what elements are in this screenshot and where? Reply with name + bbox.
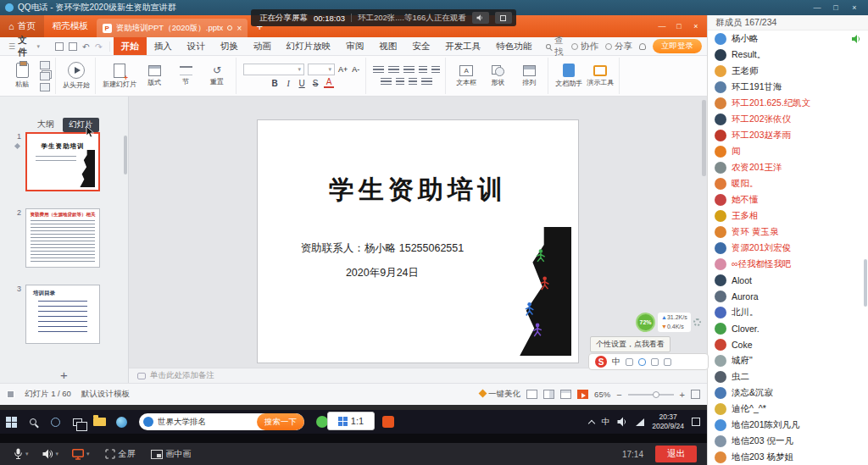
sogou-logo-icon[interactable]: S bbox=[595, 356, 607, 368]
current-slide[interactable]: 学生资助培训 资助联系人：杨小略 15255062551 2020年9月24日 bbox=[258, 120, 578, 363]
format-button[interactable]: A bbox=[324, 78, 334, 88]
member-row[interactable]: Aurora bbox=[708, 288, 868, 304]
tray-expand-icon[interactable] bbox=[587, 419, 594, 426]
member-row[interactable]: 淡忘&沉寂 bbox=[708, 385, 868, 401]
present-tools-button[interactable]: 演示工具 bbox=[587, 65, 614, 87]
numbering-icon[interactable] bbox=[431, 66, 440, 75]
ribbon-tab[interactable]: 切换 bbox=[213, 37, 246, 55]
volume-icon[interactable] bbox=[617, 417, 628, 427]
member-row[interactable]: 环工203赵孝雨 bbox=[708, 127, 868, 143]
ribbon-tab[interactable]: 设计 bbox=[180, 37, 213, 55]
chevron-down-icon[interactable]: ▾ bbox=[86, 451, 90, 457]
wps-document-tab[interactable]: P 资助培训PPT（2020版）.pptx × bbox=[97, 19, 248, 37]
ribbon-tab[interactable]: 开发工具 bbox=[437, 37, 488, 55]
ribbon-tab[interactable]: 动画 bbox=[246, 37, 279, 55]
zoom-out-icon[interactable]: − bbox=[616, 390, 621, 400]
notification-bell-icon[interactable] bbox=[639, 43, 646, 50]
minimize-icon[interactable]: — bbox=[809, 1, 826, 14]
member-row[interactable]: 地信203 杨梦姐 bbox=[708, 449, 868, 465]
slide-thumbnail-1[interactable]: 1 学生资助培训 bbox=[0, 132, 128, 191]
network-icon[interactable] bbox=[636, 418, 644, 426]
cut-icon[interactable] bbox=[40, 61, 50, 69]
member-row[interactable]: 地信201陈刘凡凡 bbox=[708, 417, 868, 433]
wps-maximize-icon[interactable]: □ bbox=[671, 19, 687, 33]
doc-assistant-button[interactable]: 文档助手 bbox=[555, 64, 582, 88]
search-submit-button[interactable]: 搜索一下 bbox=[257, 413, 304, 430]
format-button[interactable]: I bbox=[283, 79, 293, 88]
fullscreen-button[interactable]: 全屏 bbox=[105, 448, 136, 460]
member-row[interactable]: 环工191甘海 bbox=[708, 79, 868, 95]
member-row[interactable]: 地信203 倪一凡 bbox=[708, 433, 868, 449]
textbox-button[interactable]: A 文本框 bbox=[453, 65, 480, 87]
format-painter-icon[interactable] bbox=[40, 83, 50, 91]
ribbon-tab[interactable]: 开始 bbox=[114, 37, 147, 55]
wps-minimize-icon[interactable]: — bbox=[654, 19, 670, 33]
line-spacing-icon[interactable] bbox=[421, 78, 432, 86]
decrease-font-size-icon[interactable]: A- bbox=[351, 65, 360, 74]
banner-sound-button[interactable] bbox=[472, 12, 489, 24]
login-button[interactable]: 立即登录 bbox=[653, 39, 702, 53]
screen-share-button[interactable]: ▾ bbox=[72, 449, 90, 460]
taskbar-search-box[interactable]: 世界大学排名 搜索一下 bbox=[139, 413, 304, 430]
grid-icon[interactable] bbox=[7, 390, 14, 398]
sorter-view-icon[interactable] bbox=[543, 390, 554, 399]
mic-button[interactable]: ▾ bbox=[14, 448, 29, 460]
chevron-down-icon[interactable]: ▾ bbox=[56, 451, 59, 457]
slide-thumbnail-2[interactable]: 2 资助费用（生源地贷款等）相关 bbox=[0, 208, 128, 268]
indent-decrease-icon[interactable] bbox=[396, 78, 404, 86]
font-family-select[interactable]: ▾ bbox=[243, 64, 304, 75]
member-row[interactable]: Coke bbox=[708, 336, 868, 352]
action-center-icon[interactable] bbox=[692, 418, 700, 426]
ime-toolbox-icon[interactable] bbox=[664, 358, 671, 366]
member-row[interactable]: 环工201.625.纪凯文 bbox=[708, 95, 868, 111]
shapes-button[interactable]: 形状 bbox=[484, 65, 511, 87]
copy-icon[interactable] bbox=[40, 72, 50, 80]
section-button[interactable]: 节 bbox=[172, 66, 199, 86]
new-slide-button[interactable]: 新建幻灯片 bbox=[103, 64, 136, 89]
taskbar-search-button[interactable] bbox=[22, 410, 44, 434]
zoom-in-icon[interactable]: + bbox=[680, 390, 685, 400]
save-icon[interactable] bbox=[55, 42, 64, 51]
pin-icon[interactable] bbox=[227, 25, 232, 30]
input-method-indicator[interactable]: 中 bbox=[602, 417, 610, 428]
pip-button[interactable]: 画中画 bbox=[151, 448, 192, 460]
network-monitor-badge[interactable]: 72% ▲31.2K/s ▼0.4K/s bbox=[636, 313, 701, 332]
zoom-slider-knob[interactable] bbox=[653, 391, 659, 398]
canvas-scrollbar[interactable] bbox=[702, 100, 706, 176]
normal-view-icon[interactable] bbox=[526, 390, 537, 399]
tab-outline[interactable]: 大纲 bbox=[37, 119, 54, 130]
thumbnail-scrollbar[interactable] bbox=[124, 136, 127, 174]
redo-icon[interactable]: ↷ bbox=[95, 42, 103, 52]
increase-font-size-icon[interactable]: A+ bbox=[338, 65, 348, 74]
ime-toolbar[interactable]: S 中 bbox=[588, 353, 709, 370]
ribbon-tab[interactable]: 审阅 bbox=[338, 37, 371, 55]
member-row[interactable]: 王老师 bbox=[708, 63, 868, 79]
ribbon-tab[interactable]: 安全 bbox=[404, 37, 437, 55]
member-row[interactable]: 王多相 bbox=[708, 208, 868, 224]
maximize-icon[interactable]: □ bbox=[827, 1, 844, 14]
ime-keyboard-icon[interactable] bbox=[651, 358, 659, 366]
member-row[interactable]: ∞径我都怪我吧 bbox=[708, 256, 868, 272]
browser-button[interactable] bbox=[110, 410, 132, 434]
collab-button[interactable]: 协作 bbox=[571, 41, 598, 53]
member-row[interactable]: 资源201刘宏俊 bbox=[708, 240, 868, 256]
paste-button[interactable]: 粘贴 bbox=[8, 63, 36, 89]
add-slide-button[interactable]: + bbox=[60, 369, 68, 381]
wps-taskbar-button[interactable] bbox=[377, 410, 399, 434]
member-row[interactable]: 农资201王洋 bbox=[708, 159, 868, 175]
zoom-slider[interactable] bbox=[628, 394, 674, 396]
undo-icon[interactable]: ↶ bbox=[82, 42, 90, 52]
share-button[interactable]: 分享 bbox=[605, 41, 632, 53]
chevron-down-icon[interactable]: ▾ bbox=[25, 451, 29, 457]
align-right-icon[interactable] bbox=[403, 66, 415, 75]
start-button[interactable] bbox=[0, 410, 22, 434]
slideshow-icon[interactable] bbox=[577, 390, 588, 399]
print-icon[interactable] bbox=[69, 42, 77, 51]
member-row[interactable]: 资环 黄玉泉 bbox=[708, 224, 868, 240]
task-view-button[interactable] bbox=[66, 410, 88, 434]
member-row[interactable]: 环工202张依仪 bbox=[708, 111, 868, 127]
justify-icon[interactable] bbox=[381, 78, 392, 86]
indent-increase-icon[interactable] bbox=[409, 78, 417, 86]
ime-mic-icon[interactable] bbox=[638, 358, 646, 366]
member-row[interactable]: Aloot bbox=[708, 272, 868, 288]
